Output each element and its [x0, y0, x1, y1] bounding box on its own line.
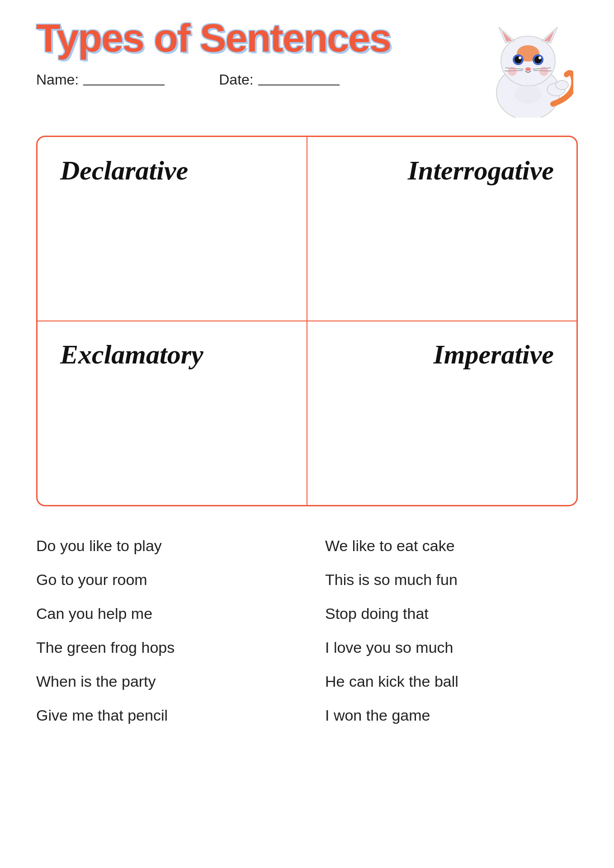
header: Types of Sentences Name: Date: — [36, 18, 578, 122]
page: Types of Sentences Name: Date: — [0, 0, 614, 868]
sentences-left-column: Do you like to playGo to your roomCan yo… — [36, 529, 289, 732]
name-label-group: Name: — [36, 71, 165, 88]
name-label: Name: — [36, 71, 79, 88]
sentences-right-column: We like to eat cakeThis is so much funSt… — [325, 529, 578, 732]
svg-point-12 — [538, 57, 541, 59]
date-label-group: Date: — [219, 71, 339, 88]
quadrant-box: Declarative Interrogative Exclamatory Im… — [36, 136, 578, 506]
cat-illustration — [478, 18, 578, 122]
declarative-label: Declarative — [60, 155, 188, 186]
sentence-left-3: The green frog hops — [36, 631, 289, 665]
sentence-left-1: Go to your room — [36, 563, 289, 597]
quadrant-declarative: Declarative — [38, 137, 307, 321]
sentence-right-0: We like to eat cake — [325, 529, 578, 563]
quadrant-interrogative: Interrogative — [307, 137, 576, 321]
imperative-label: Imperative — [433, 339, 554, 370]
main-title: Types of Sentences — [36, 18, 391, 58]
exclamatory-label: Exclamatory — [60, 339, 203, 370]
quadrant-imperative: Imperative — [307, 321, 576, 505]
svg-point-11 — [519, 57, 521, 59]
interrogative-label: Interrogative — [408, 155, 554, 186]
svg-point-21 — [556, 80, 568, 90]
svg-point-13 — [525, 67, 531, 71]
sentence-left-5: Give me that pencil — [36, 698, 289, 732]
sentence-right-5: I won the game — [325, 698, 578, 732]
quadrant-exclamatory: Exclamatory — [38, 321, 307, 505]
svg-point-18 — [508, 67, 517, 76]
sentence-left-4: When is the party — [36, 665, 289, 698]
date-label: Date: — [219, 71, 253, 88]
svg-point-19 — [539, 67, 548, 76]
sentence-right-1: This is so much fun — [325, 563, 578, 597]
name-date-row: Name: Date: — [36, 71, 340, 88]
sentence-left-0: Do you like to play — [36, 529, 289, 563]
title-block: Types of Sentences Name: Date: — [36, 18, 391, 88]
sentence-right-2: Stop doing that — [325, 597, 578, 631]
sentence-left-2: Can you help me — [36, 597, 289, 631]
date-underline[interactable] — [258, 75, 340, 85]
sentence-right-3: I love you so much — [325, 631, 578, 665]
sentence-right-4: He can kick the ball — [325, 665, 578, 698]
sentences-section: Do you like to playGo to your roomCan yo… — [36, 529, 578, 732]
svg-point-22 — [515, 84, 542, 104]
name-underline[interactable] — [83, 75, 165, 85]
cat-svg — [483, 23, 573, 118]
